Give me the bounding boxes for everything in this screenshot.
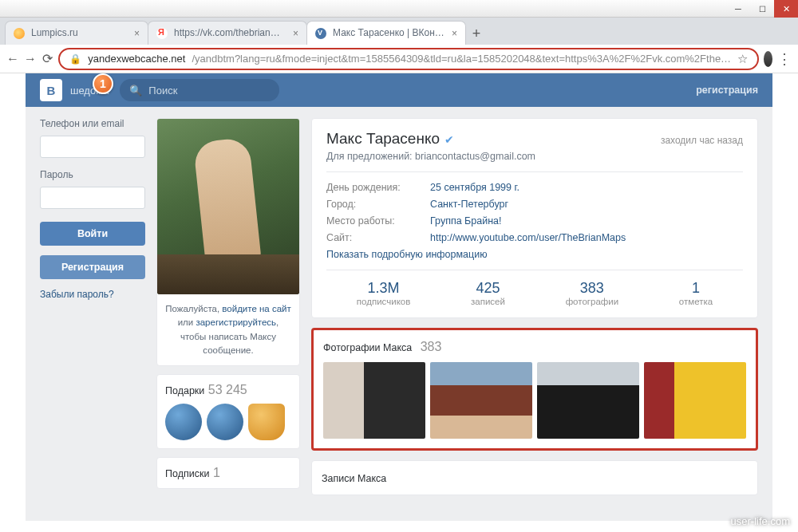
tab-label: Lumpics.ru xyxy=(31,27,128,38)
password-field-label: Пароль xyxy=(40,169,145,180)
info-value[interactable]: Группа Брайна! xyxy=(430,215,502,227)
maximize-button[interactable] xyxy=(750,0,774,18)
reload-button[interactable]: ⟳ xyxy=(41,48,53,70)
photo-thumb[interactable] xyxy=(430,362,532,439)
minimize-button[interactable] xyxy=(726,0,750,18)
close-tab-icon[interactable]: × xyxy=(134,28,140,39)
bookmark-star-icon[interactable]: ☆ xyxy=(737,52,748,66)
stat-photos[interactable]: 383фотографии xyxy=(566,280,618,306)
photo-row xyxy=(323,362,746,439)
watermark: user-life.com xyxy=(731,515,790,527)
subs-count: 1 xyxy=(213,466,220,479)
register-button[interactable]: Регистрация xyxy=(40,255,145,279)
password-input[interactable] xyxy=(40,187,145,209)
info-value[interactable]: http://www.youtube.com/user/TheBrianMaps xyxy=(430,232,626,243)
gift-item[interactable] xyxy=(165,404,202,440)
tab-yandex-search[interactable]: https://vk.com/thebrianmaps sit… × xyxy=(148,21,307,45)
vk-header: B шедома 🔍 Поиск регистрация xyxy=(26,73,772,107)
info-value[interactable]: 25 сентября 1999 г. xyxy=(430,182,519,193)
tab-lumpics[interactable]: Lumpics.ru × xyxy=(5,21,148,45)
stat-posts[interactable]: 425записей xyxy=(471,280,505,306)
info-row: Сайт:http://www.youtube.com/user/TheBria… xyxy=(326,232,743,243)
stat-tags[interactable]: 1отметка xyxy=(679,280,713,306)
close-tab-icon[interactable]: × xyxy=(293,28,298,39)
subscriptions-block[interactable]: Подписки 1 xyxy=(156,457,300,489)
profile-header: Макс Тарасенко ✔ заходил час назад Для п… xyxy=(311,118,758,318)
vk-app: B шедома 🔍 Поиск регистрация Телефон или… xyxy=(26,73,772,521)
info-row: День рождения:25 сентября 1999 г. xyxy=(326,182,743,193)
info-label: Город: xyxy=(326,199,430,210)
gifts-count: 53 245 xyxy=(208,383,247,396)
url-host: yandexwebcache.net xyxy=(88,53,185,65)
info-label: День рождения: xyxy=(326,182,430,193)
show-more-info[interactable]: Показать подробную информацию xyxy=(326,249,743,260)
tab-vk-profile[interactable]: Макс Тарасенко | ВКонтакте × xyxy=(306,21,466,45)
callout-1: 1 xyxy=(93,73,113,94)
favicon-icon xyxy=(14,28,25,39)
subs-title: Подписки xyxy=(165,468,209,479)
verified-icon: ✔ xyxy=(444,133,454,146)
avatar-card: Пожалуйста, войдите на сайт или зарегист… xyxy=(156,118,300,366)
wall-block: Записи Макса xyxy=(311,460,758,495)
wall-title[interactable]: Записи Макса xyxy=(322,473,386,484)
login-button[interactable]: Войти xyxy=(40,222,145,246)
info-label: Место работы: xyxy=(326,215,430,227)
info-value[interactable]: Санкт-Петербург xyxy=(430,199,508,210)
login-panel: Телефон или email Пароль Войти Регистрац… xyxy=(40,118,145,510)
new-tab-button[interactable]: + xyxy=(465,22,488,45)
tab-label: Макс Тарасенко | ВКонтакте xyxy=(333,27,445,38)
vk-content: Телефон или email Пароль Войти Регистрац… xyxy=(26,107,772,521)
close-window-button[interactable] xyxy=(774,0,798,18)
profile-stats: 1.3Mподписчиков 425записей 383фотографии… xyxy=(326,280,743,306)
profile-avatar[interactable] xyxy=(157,119,299,294)
info-row: Место работы:Группа Брайна! xyxy=(326,215,743,227)
main-column: Макс Тарасенко ✔ заходил час назад Для п… xyxy=(311,118,758,510)
profile-name: Макс Тарасенко xyxy=(326,130,440,148)
search-input[interactable]: 🔍 Поиск xyxy=(120,79,279,101)
sidebar-column: Пожалуйста, войдите на сайт или зарегист… xyxy=(156,118,300,510)
stat-followers[interactable]: 1.3Mподписчиков xyxy=(357,280,410,306)
photos-count: 383 xyxy=(421,340,442,353)
photos-block: 2 Фотографии Макса 383 xyxy=(311,328,758,451)
gift-item[interactable] xyxy=(207,404,243,440)
gifts-block[interactable]: Подарки 53 245 xyxy=(156,374,300,449)
search-placeholder: Поиск xyxy=(148,85,177,97)
gifts-row xyxy=(165,404,291,440)
close-tab-icon[interactable]: × xyxy=(452,28,457,39)
vk-logo-icon[interactable]: B xyxy=(40,79,62,101)
extension-icon[interactable] xyxy=(764,51,772,67)
info-label: Сайт: xyxy=(326,232,430,243)
photos-title[interactable]: Фотографии Макса xyxy=(323,342,412,353)
browser-menu-button[interactable]: ⋮ xyxy=(777,50,792,68)
login-field-label: Телефон или email xyxy=(40,118,145,129)
address-bar[interactable]: 🔒 yandexwebcache.net /yandbtm?lang=ru&fm… xyxy=(58,48,759,70)
lock-icon: 🔒 xyxy=(69,53,81,65)
register-link-inline[interactable]: зарегистрируйтесь xyxy=(196,317,276,327)
gifts-title: Подарки xyxy=(165,385,204,396)
register-link[interactable]: регистрация xyxy=(696,85,758,96)
browser-toolbar: ← → ⟳ 🔒 yandexwebcache.net /yandbtm?lang… xyxy=(0,45,798,73)
photo-thumb[interactable] xyxy=(644,362,746,439)
favicon-icon xyxy=(315,28,326,39)
login-prompt: Пожалуйста, войдите на сайт или зарегист… xyxy=(157,294,299,365)
back-button[interactable]: ← xyxy=(6,48,19,70)
url-path: /yandbtm?lang=ru&fmode=inject&tm=1585564… xyxy=(192,53,731,65)
browser-tabstrip: Lumpics.ru × https://vk.com/thebrianmaps… xyxy=(0,18,798,45)
forward-button[interactable]: → xyxy=(24,48,37,70)
search-icon: 🔍 xyxy=(129,85,142,97)
photo-thumb[interactable] xyxy=(537,362,639,439)
favicon-icon xyxy=(156,28,168,39)
login-link[interactable]: войдите на сайт xyxy=(222,304,290,313)
photo-thumb[interactable] xyxy=(323,362,425,439)
login-input[interactable] xyxy=(40,136,145,158)
profile-status: Для предложений: briancontactus@gmail.co… xyxy=(326,151,743,162)
gift-item[interactable] xyxy=(248,404,285,440)
info-row: Город:Санкт-Петербург xyxy=(326,199,743,210)
tab-label: https://vk.com/thebrianmaps sit… xyxy=(174,27,286,38)
forgot-password-link[interactable]: Забыли пароль? xyxy=(40,289,145,300)
window-titlebar xyxy=(0,0,798,18)
last-seen: заходил час назад xyxy=(661,135,743,146)
